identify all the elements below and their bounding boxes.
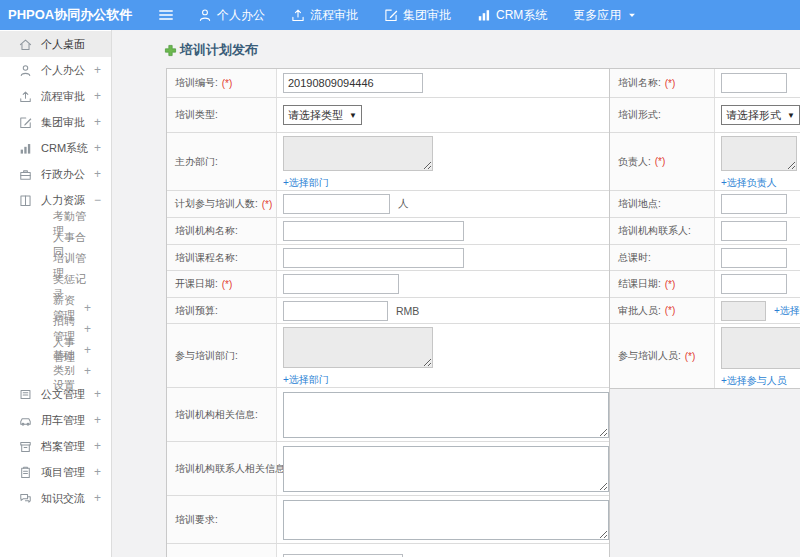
sidebar-item-project-mgmt[interactable]: 项目管理+ (0, 459, 111, 485)
training-type-select[interactable]: 请选择类型▼ (283, 105, 362, 125)
sidebar-item-label: 档案管理 (41, 439, 85, 454)
sidebar-item-workflow-approval[interactable]: 流程审批+ (0, 83, 111, 109)
expander-icon[interactable]: + (94, 388, 101, 400)
hamburger-menu-icon[interactable] (158, 7, 176, 23)
topnav-item-more-apps[interactable]: 更多应用 (573, 7, 638, 24)
picker-link-row: +选择负责人 (721, 172, 777, 190)
field-label-cell: 培训课程名称: (167, 245, 277, 270)
topnav-item-crm-system[interactable]: CRM系统 (477, 7, 547, 24)
field-value-cell: +选择部门 (277, 133, 609, 190)
top-bar: PHPOA协同办公软件 个人办公流程审批集团审批CRM系统更多应用 (0, 0, 800, 30)
required-mark: (*) (222, 279, 233, 290)
topnav-item-personal-office[interactable]: 个人办公 (198, 7, 265, 24)
bar-chart-icon (477, 8, 491, 22)
sidebar-item-personal-office[interactable]: 个人办公+ (0, 57, 111, 83)
field-label: 总课时: (618, 251, 651, 265)
clipboard-icon (19, 466, 32, 479)
training-plan-form: 培训编号:(*)培训类型:请选择类型▼主办部门:+选择部门计划参与培训人数:(*… (166, 68, 800, 557)
picker-link-row: +选择部门 (283, 172, 329, 190)
expander-icon[interactable]: + (84, 365, 91, 377)
topnav-item-label: 流程审批 (310, 7, 358, 24)
form-row-training-form: 培训形式:请选择形式▼ (610, 98, 800, 133)
expander-icon[interactable]: + (84, 344, 91, 356)
sidebar-item-vehicle-mgmt[interactable]: 用车管理+ (0, 407, 111, 433)
sidebar-item-archive-mgmt[interactable]: 档案管理+ (0, 433, 111, 459)
sidebar-item-label: CRM系统 (41, 141, 88, 156)
edit-square-icon (384, 8, 398, 22)
field-value-cell (277, 245, 609, 270)
start-date-input[interactable] (283, 274, 399, 294)
form-row-training-location: 培训地点: (610, 191, 800, 218)
topnav-item-workflow-approval[interactable]: 流程审批 (291, 7, 358, 24)
field-label: 审批人员: (618, 304, 661, 318)
field-label-cell: 培训要求: (167, 496, 277, 543)
topnav-item-label: CRM系统 (496, 7, 547, 24)
training-participants-select-link[interactable]: +选择参与人员 (721, 375, 787, 386)
field-label-cell: 结课日期:(*) (610, 271, 715, 297)
expander-icon[interactable]: + (94, 168, 101, 180)
planned-participants-input[interactable] (283, 194, 390, 214)
sidebar-item-personal-desktop[interactable]: 个人桌面 (0, 31, 111, 57)
top-navigation: 个人办公流程审批集团审批CRM系统更多应用 (198, 7, 638, 24)
required-mark: (*) (222, 78, 233, 89)
field-label-cell: 附件文档: (167, 544, 277, 557)
expander-icon[interactable]: + (94, 440, 101, 452)
expander-icon[interactable]: + (94, 142, 101, 154)
topnav-item-group-approval[interactable]: 集团审批 (384, 7, 451, 24)
caret-down-icon: ▼ (349, 111, 357, 120)
doc-icon (19, 388, 32, 401)
form-row-host-department: 主办部门:+选择部门 (167, 133, 609, 191)
expander-icon[interactable]: + (94, 492, 101, 504)
total-class-hours-input[interactable] (721, 248, 787, 268)
caret-down-icon: ▼ (787, 111, 795, 120)
picker-link-row: +选择参与人员 (721, 370, 787, 388)
field-label: 培训编号: (175, 76, 218, 90)
sidebar-item-group-approval[interactable]: 集团审批+ (0, 109, 111, 135)
approver-input[interactable] (721, 301, 766, 321)
expander-icon[interactable]: + (94, 90, 101, 102)
training-participants-textarea[interactable] (721, 327, 800, 369)
expander-icon[interactable]: + (94, 414, 101, 426)
person-in-charge-textarea[interactable] (721, 136, 797, 171)
form-row-training-course-name: 培训课程名称: (167, 245, 609, 271)
sidebar-item-admin-office[interactable]: 行政办公+ (0, 161, 111, 187)
approver-select-link[interactable]: +选择审批人员 (774, 304, 800, 318)
field-label-cell: 培训编号:(*) (167, 69, 277, 97)
training-form-select[interactable]: 请选择形式▼ (721, 105, 800, 125)
participating-departments-textarea[interactable] (283, 327, 433, 368)
host-department-select-link[interactable]: +选择部门 (283, 177, 329, 188)
participating-departments-select-link[interactable]: +选择部门 (283, 374, 329, 385)
expander-icon[interactable]: + (94, 116, 101, 128)
expander-icon[interactable]: + (94, 64, 101, 76)
field-value-cell (277, 496, 609, 543)
end-date-input[interactable] (721, 274, 787, 294)
training-budget-input[interactable] (283, 301, 388, 321)
training-location-input[interactable] (721, 194, 787, 214)
expander-icon[interactable]: − (94, 194, 101, 206)
field-value-cell: RMB (277, 298, 609, 323)
field-value-cell (715, 218, 800, 244)
sidebar-item-knowledge-exchange[interactable]: 知识交流+ (0, 485, 111, 511)
training-org-name-input[interactable] (283, 221, 464, 241)
sidebar-item-crm-system[interactable]: CRM系统+ (0, 135, 111, 161)
person-in-charge-select-link[interactable]: +选择负责人 (721, 177, 777, 188)
expander-icon[interactable]: + (84, 302, 91, 314)
training-course-name-input[interactable] (283, 248, 464, 268)
form-row-total-class-hours: 总课时: (610, 245, 800, 271)
training-org-contact-input[interactable] (721, 221, 787, 241)
sidebar-item-label: 个人桌面 (41, 37, 85, 52)
training-no-input[interactable] (283, 73, 423, 93)
form-row-training-no: 培训编号:(*) (167, 69, 609, 98)
field-label: 培训地点: (618, 197, 661, 211)
training-name-input[interactable] (721, 73, 787, 93)
field-value-cell: 请选择形式▼ (715, 98, 800, 132)
host-department-textarea[interactable] (283, 136, 433, 171)
user-icon (198, 8, 212, 22)
expander-icon[interactable]: + (84, 323, 91, 335)
bar-chart-icon (19, 142, 32, 155)
training-org-info-textarea[interactable] (283, 392, 609, 438)
sidebar-subitem-base-category-settings[interactable]: 基础类别设置+ (0, 360, 111, 381)
training-requirements-textarea[interactable] (283, 500, 609, 540)
expander-icon[interactable]: + (94, 466, 101, 478)
training-org-contact-info-textarea[interactable] (283, 446, 609, 492)
